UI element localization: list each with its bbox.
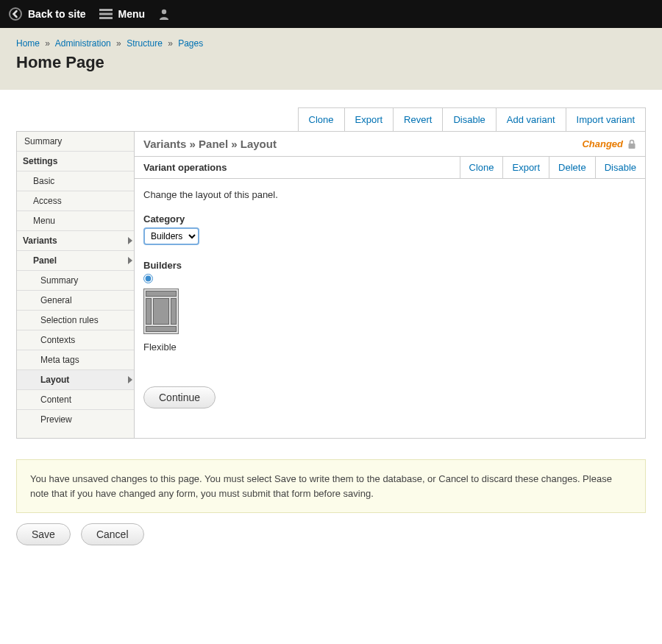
variant-action-delete[interactable]: Delete bbox=[549, 157, 595, 178]
continue-button[interactable]: Continue bbox=[143, 386, 216, 408]
tab-clone[interactable]: Clone bbox=[299, 108, 345, 131]
sidebar-item-panel-summary[interactable]: Summary bbox=[17, 271, 134, 291]
breadcrumb-home[interactable]: Home bbox=[16, 38, 40, 49]
bottom-actions: Save Cancel bbox=[0, 523, 662, 567]
sidebar-item-label: Panel bbox=[33, 255, 57, 266]
sidebar-item-panel-general[interactable]: General bbox=[17, 291, 134, 311]
panel-header: Variants » Panel » Layout Changed bbox=[135, 132, 645, 157]
sidebar-item-settings[interactable]: Settings bbox=[17, 152, 134, 171]
breadcrumb-structure[interactable]: Structure bbox=[127, 38, 163, 49]
back-to-site-label: Back to site bbox=[28, 8, 86, 20]
svg-rect-1 bbox=[99, 9, 113, 11]
svg-rect-2 bbox=[99, 13, 113, 15]
sidebar-item-panel-meta[interactable]: Meta tags bbox=[17, 350, 134, 370]
sidebar-item-summary[interactable]: Summary bbox=[17, 132, 134, 152]
sidebar-item-panel-contexts[interactable]: Contexts bbox=[17, 330, 134, 350]
breadcrumb-admin[interactable]: Administration bbox=[55, 38, 111, 49]
back-to-site-button[interactable]: Back to site bbox=[9, 7, 86, 21]
primary-tabs-inner: Clone Export Revert Disable Add variant … bbox=[298, 107, 646, 131]
tab-export[interactable]: Export bbox=[345, 108, 394, 131]
tab-revert[interactable]: Revert bbox=[394, 108, 443, 131]
sidebar-item-panel-selection[interactable]: Selection rules bbox=[17, 311, 134, 330]
sidebar-item-label: Layout bbox=[40, 375, 69, 385]
admin-topbar: Back to site Menu bbox=[0, 0, 662, 28]
sidebar-item-menu[interactable]: Menu bbox=[17, 211, 134, 231]
svg-point-0 bbox=[10, 8, 21, 20]
main-region: Summary Settings Basic Access Menu Varia… bbox=[16, 131, 646, 439]
sidebar-item-panel-content[interactable]: Content bbox=[17, 390, 134, 410]
hamburger-icon bbox=[99, 9, 113, 19]
primary-tabs: Clone Export Revert Disable Add variant … bbox=[16, 107, 646, 131]
sidebar-item-access[interactable]: Access bbox=[17, 191, 134, 211]
sidebar-item-label: Variants bbox=[23, 236, 57, 246]
category-select-wrap: Builders bbox=[143, 227, 199, 245]
cancel-button[interactable]: Cancel bbox=[81, 523, 144, 545]
tab-add-variant[interactable]: Add variant bbox=[496, 108, 566, 131]
lock-icon bbox=[627, 139, 636, 149]
continue-row: Continue bbox=[143, 386, 636, 408]
chevron-right-icon bbox=[128, 237, 132, 244]
chevron-right-icon bbox=[128, 257, 132, 264]
menu-label: Menu bbox=[118, 8, 146, 20]
panel: Variants » Panel » Layout Changed Varian… bbox=[134, 131, 646, 439]
panel-body: Change the layout of this panel. Categor… bbox=[135, 179, 645, 438]
sidebar-item-basic[interactable]: Basic bbox=[17, 171, 134, 191]
panel-sub-actions: Clone Export Delete Disable bbox=[460, 157, 645, 178]
layout-radio-flexible[interactable] bbox=[143, 274, 153, 283]
panel-header-title: Variants » Panel » Layout bbox=[143, 138, 277, 150]
category-select[interactable]: Builders bbox=[145, 229, 198, 244]
layout-thumb-icon bbox=[143, 289, 179, 334]
page-title: Home Page bbox=[16, 53, 646, 72]
user-menu[interactable] bbox=[158, 8, 170, 20]
chevron-right-icon bbox=[128, 376, 132, 383]
sidebar-item-panel[interactable]: Panel bbox=[17, 251, 134, 271]
panel-description: Change the layout of this panel. bbox=[143, 189, 636, 200]
breadcrumb: Home » Administration » Structure » Page… bbox=[16, 38, 646, 49]
unsaved-changes-notice: You have unsaved changes to this page. Y… bbox=[16, 459, 646, 513]
back-arrow-icon bbox=[9, 7, 22, 21]
breadcrumb-sep: » bbox=[113, 38, 124, 49]
panel-header-status: Changed bbox=[582, 138, 636, 149]
layout-option-label: Flexible bbox=[143, 342, 179, 353]
sidebar-item-panel-preview[interactable]: Preview bbox=[17, 410, 134, 429]
panel-subheader: Variant operations Clone Export Delete D… bbox=[135, 157, 645, 179]
variant-action-export[interactable]: Export bbox=[502, 157, 549, 178]
builders-label: Builders bbox=[143, 260, 636, 271]
category-label: Category bbox=[143, 213, 636, 224]
panel-sub-title: Variant operations bbox=[135, 157, 235, 178]
menu-button[interactable]: Menu bbox=[99, 8, 146, 20]
breadcrumb-sep: » bbox=[165, 38, 176, 49]
sidebar-item-panel-layout[interactable]: Layout bbox=[17, 370, 134, 390]
svg-point-4 bbox=[162, 10, 166, 14]
svg-rect-5 bbox=[629, 144, 636, 149]
sidebar: Summary Settings Basic Access Menu Varia… bbox=[16, 131, 134, 439]
content-wrap: Clone Export Revert Disable Add variant … bbox=[0, 107, 662, 439]
save-button[interactable]: Save bbox=[16, 523, 71, 545]
breadcrumb-pages[interactable]: Pages bbox=[178, 38, 203, 49]
tab-disable[interactable]: Disable bbox=[443, 108, 496, 131]
sidebar-item-variants[interactable]: Variants bbox=[17, 231, 134, 251]
breadcrumb-sep: » bbox=[42, 38, 53, 49]
status-changed-label: Changed bbox=[582, 138, 623, 149]
svg-rect-3 bbox=[99, 17, 113, 19]
head-region: Home » Administration » Structure » Page… bbox=[0, 28, 662, 90]
layout-option-flexible[interactable]: Flexible bbox=[143, 274, 179, 353]
tab-import-variant[interactable]: Import variant bbox=[566, 108, 645, 131]
user-icon bbox=[158, 8, 170, 20]
layout-radio-row bbox=[143, 274, 179, 286]
variant-action-clone[interactable]: Clone bbox=[460, 157, 503, 178]
variant-action-disable[interactable]: Disable bbox=[595, 157, 645, 178]
